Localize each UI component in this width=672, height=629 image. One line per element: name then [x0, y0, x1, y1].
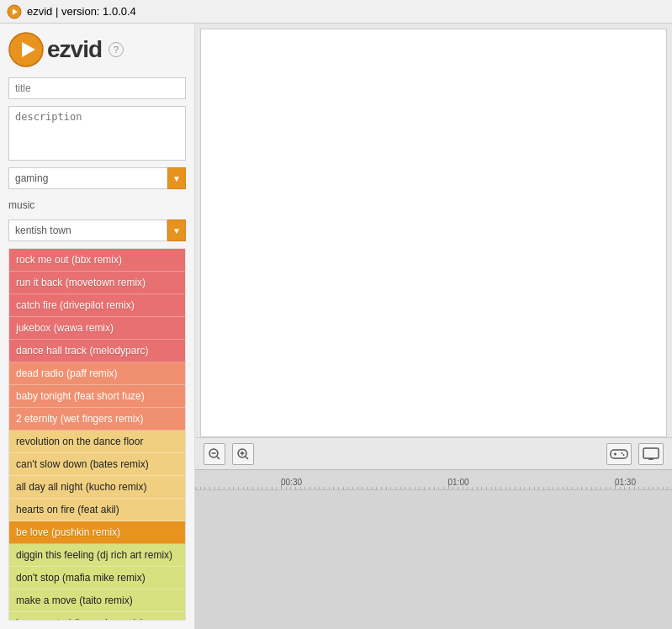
timeline-minor-tick [400, 487, 401, 489]
timeline-minor-tick [663, 487, 664, 489]
timeline-minor-tick [319, 487, 320, 489]
track-list-item[interactable]: diggin this feeling (dj rich art remix) [9, 544, 185, 567]
timeline-minor-tick [634, 487, 635, 489]
timeline-marker: 00:30 [281, 478, 302, 487]
description-input[interactable] [8, 106, 186, 161]
track-list-item[interactable]: make a move (taito remix) [9, 589, 185, 612]
track-list-item[interactable]: all day all night (kucho remix) [9, 476, 185, 499]
timeline-minor-tick [295, 487, 296, 489]
timeline-minor-tick [658, 487, 659, 489]
track-list-item[interactable]: 2 eternity (wet fingers remix) [9, 408, 185, 431]
zoom-in-button[interactable] [232, 443, 254, 465]
timeline-minor-tick [538, 487, 539, 489]
timeline-minor-tick [643, 487, 644, 489]
timeline-minor-tick [448, 487, 449, 489]
music-dropdown: kentish town ▼ [8, 219, 186, 241]
track-list-item[interactable]: run it back (movetown remix) [9, 272, 185, 294]
timeline-minor-tick [262, 487, 262, 489]
timeline-minor-tick [563, 487, 564, 489]
timeline-minor-tick [515, 487, 516, 489]
timeline-minor-tick [443, 487, 444, 489]
timeline-minor-tick [610, 487, 611, 489]
track-list-item[interactable]: baby tonight (feat short fuze) [9, 385, 185, 408]
track-list-item[interactable]: hearts on fire (feat akil) [9, 499, 185, 521]
timeline-minor-tick [624, 487, 625, 489]
timeline-content[interactable] [195, 490, 672, 629]
track-list-item[interactable]: rock me out (bbx remix) [9, 249, 185, 272]
titlebar: ezvid | version: 1.0.0.4 [0, 0, 672, 24]
timeline-minor-tick [548, 487, 549, 489]
timeline-minor-tick [290, 487, 291, 489]
timeline-minor-tick [586, 487, 587, 489]
timeline-minor-tick [601, 487, 601, 489]
timeline-minor-tick [238, 487, 239, 489]
timeline-minor-tick [267, 487, 267, 489]
category-select[interactable]: gaming music sports education entertainm… [8, 167, 167, 189]
timeline-minor-tick [405, 487, 405, 489]
timeline-minor-tick [510, 487, 511, 489]
svg-line-8 [246, 457, 248, 459]
zoom-out-button[interactable] [204, 443, 225, 465]
timeline-minor-tick [520, 487, 521, 489]
timeline-minor-tick [591, 487, 592, 489]
timeline-minor-tick [347, 487, 348, 489]
monitor-button[interactable] [638, 443, 664, 465]
track-list-item[interactable]: don't stop (mafia mike remix) [9, 567, 185, 589]
svg-point-14 [622, 452, 623, 454]
timeline-minor-tick [534, 487, 535, 489]
timeline-minor-tick [195, 487, 196, 489]
timeline-minor-tick [286, 487, 287, 489]
timeline-minor-tick [376, 487, 377, 489]
svg-line-5 [217, 457, 220, 459]
timeline-minor-tick [372, 487, 373, 489]
logo-text: ezvid [47, 36, 102, 63]
music-label: music [8, 199, 186, 211]
timeline-minor-tick [653, 487, 653, 489]
timeline-minor-tick [219, 487, 220, 489]
timeline-minor-tick [495, 487, 496, 489]
track-list-item[interactable]: jukebox (wawa remix) [9, 317, 185, 340]
category-dropdown-arrow[interactable]: ▼ [167, 167, 186, 189]
timeline-minor-tick [338, 487, 339, 489]
svg-rect-16 [643, 448, 659, 458]
gamepad-button[interactable] [606, 443, 632, 465]
track-list-item[interactable]: can't slow down (bates remix) [9, 453, 185, 476]
timeline-minor-tick [458, 487, 458, 489]
track-list-item[interactable]: keep control (komodo remix) [9, 612, 185, 621]
timeline-minor-tick [300, 487, 301, 489]
title-input[interactable] [8, 77, 186, 99]
title-text: ezvid | version: 1.0.0.4 [27, 5, 136, 18]
timeline-minor-tick [606, 487, 606, 489]
music-selected[interactable]: kentish town [8, 219, 167, 241]
timeline-minor-tick [357, 487, 358, 489]
track-list-item[interactable]: be love (pushkin remix) [9, 521, 185, 544]
track-list-item[interactable]: catch fire (drivepilot remix) [9, 294, 185, 317]
timeline-minor-tick [500, 487, 501, 489]
track-list-item[interactable]: dead radio (paff remix) [9, 362, 185, 385]
timeline-minor-tick [281, 487, 282, 489]
timeline-minor-tick [304, 487, 305, 489]
preview-area [200, 29, 667, 437]
timeline-minor-tick [648, 487, 649, 489]
timeline-minor-tick [224, 487, 225, 489]
category-dropdown: gaming music sports education entertainm… [8, 167, 186, 189]
timeline-minor-tick [362, 487, 362, 489]
timeline-minor-tick [343, 487, 344, 489]
svg-point-15 [623, 454, 625, 456]
timeline-minor-tick [229, 487, 230, 489]
timeline-minor-tick [276, 487, 277, 489]
timeline-minor-tick [424, 487, 425, 489]
timeline-area: 00:3001:0001:30 [195, 469, 672, 629]
timeline-minor-tick [243, 487, 244, 489]
help-icon[interactable]: ? [108, 42, 124, 57]
track-list-item[interactable]: revolution on the dance floor [9, 431, 185, 453]
music-dropdown-arrow[interactable]: ▼ [167, 219, 186, 241]
timeline-minor-tick [247, 487, 248, 489]
track-list: rock me out (bbx remix)run it back (move… [8, 248, 186, 621]
timeline-minor-tick [200, 487, 201, 489]
timeline-minor-tick [667, 487, 668, 489]
toolbar [195, 437, 672, 469]
timeline-minor-tick [595, 487, 596, 489]
track-list-item[interactable]: dance hall track (melodyparc) [9, 340, 185, 362]
timeline-marker: 01:30 [615, 478, 636, 487]
